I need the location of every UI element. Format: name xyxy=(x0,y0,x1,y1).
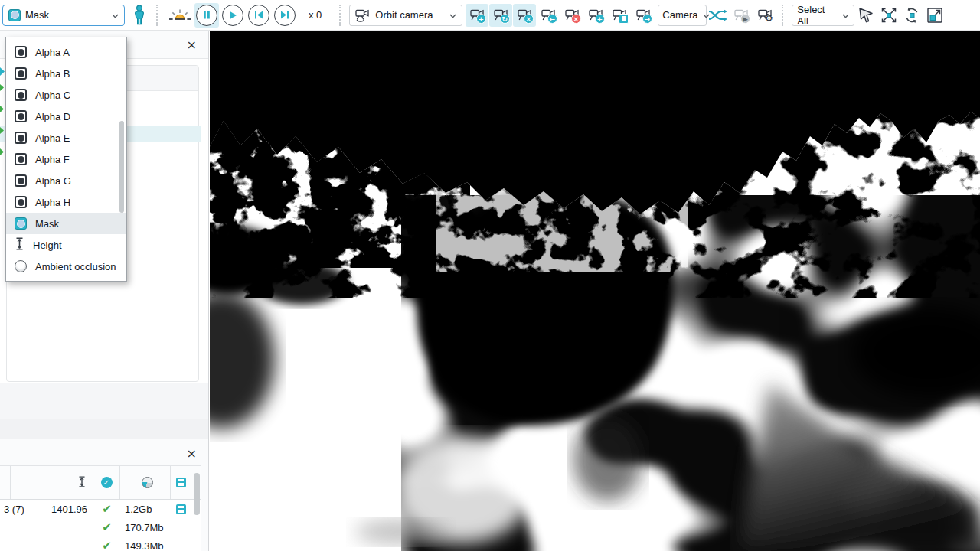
ambient-occlusion-icon xyxy=(15,260,27,272)
memory-pie-icon xyxy=(142,477,153,488)
expand-arrow-icon[interactable] xyxy=(0,148,4,155)
play-button[interactable] xyxy=(220,3,245,28)
resize-icon xyxy=(926,7,943,24)
mask-icon xyxy=(15,217,27,230)
pause-button[interactable] xyxy=(194,3,219,28)
table-header-cell[interactable]: ✓ xyxy=(93,466,120,499)
cell-memory: 149.3Mb xyxy=(120,540,171,551)
save-icon[interactable] xyxy=(176,504,186,514)
video-camera-icon: × xyxy=(518,8,532,23)
table-header-cell[interactable] xyxy=(120,466,171,499)
video-camera-icon: + xyxy=(589,8,603,23)
stats-table: ✓ 3 (7)1401.96✔1.2Gb✔170.7Mb✔149.3Mb xyxy=(0,465,201,551)
layer-option-alpha-h[interactable]: Alpha H xyxy=(6,191,126,213)
camera-next-button[interactable]: → xyxy=(632,4,655,27)
layer-option-alpha-f[interactable]: Alpha F xyxy=(6,148,126,170)
alpha-radio-icon xyxy=(15,132,27,144)
video-camera-icon: × xyxy=(565,8,580,23)
layer-option-label: Height xyxy=(33,240,62,251)
camera-zoom-button[interactable]: × xyxy=(513,4,536,27)
layer-option-ambient-occlusion[interactable]: Ambient occlusion xyxy=(6,256,126,277)
pause-icon xyxy=(196,5,217,26)
stats-scrollbar[interactable] xyxy=(194,473,200,515)
terrain-mask-render xyxy=(210,31,980,551)
camera-delete-button[interactable]: × xyxy=(560,4,583,27)
expand-arrow-icon[interactable] xyxy=(0,106,4,112)
layer-selector-dropdown[interactable]: Mask xyxy=(2,5,125,26)
check-icon: ✔ xyxy=(102,522,112,533)
chevron-down-icon xyxy=(842,9,849,21)
check-icon: ✔ xyxy=(102,504,112,515)
layer-option-alpha-d[interactable]: Alpha D xyxy=(6,106,126,127)
table-header-cell[interactable] xyxy=(171,466,191,499)
arrow-right-badge-icon: → xyxy=(642,14,652,24)
camera-save-button[interactable] xyxy=(608,4,631,27)
layer-option-label: Alpha D xyxy=(35,111,70,122)
layer-option-alpha-g[interactable]: Alpha G xyxy=(6,170,126,191)
video-camera-icon: ↻ xyxy=(494,8,508,23)
layer-option-label: Alpha E xyxy=(35,132,70,144)
expand-arrow-icon[interactable] xyxy=(0,84,4,91)
select-cursor-button[interactable] xyxy=(854,4,877,27)
table-row[interactable]: ✔149.3Mb xyxy=(0,536,201,551)
video-camera-icon xyxy=(612,8,627,23)
layer-option-label: Mask xyxy=(35,218,59,230)
layer-option-label: Alpha C xyxy=(35,90,70,101)
camera-previous-button[interactable]: ← xyxy=(537,4,560,27)
pose-figure-button[interactable] xyxy=(128,4,151,27)
camera-add-button[interactable]: + xyxy=(584,4,607,27)
video-camera-icon: → xyxy=(636,8,651,23)
skip-back-icon xyxy=(248,5,270,26)
select-mode-dropdown[interactable]: Select All xyxy=(792,5,854,26)
layer-option-label: Alpha H xyxy=(35,197,70,208)
fit-view-button[interactable] xyxy=(877,4,900,27)
table-row[interactable]: ✔170.7Mb xyxy=(0,518,201,536)
camera-list-dropdown[interactable]: Camera xyxy=(658,5,707,26)
close-icon[interactable]: × xyxy=(187,39,197,51)
layer-option-height[interactable]: Height xyxy=(6,234,126,256)
step-back-button[interactable] xyxy=(247,3,271,28)
camera-play-button[interactable]: ▶ xyxy=(730,4,753,27)
dropdown-scrollbar[interactable] xyxy=(119,121,124,213)
alpha-radio-icon xyxy=(15,46,27,58)
toolbar-separator xyxy=(782,5,786,26)
camera-list-value: Camera xyxy=(662,9,697,21)
step-forward-button[interactable] xyxy=(273,3,297,28)
close-icon[interactable]: × xyxy=(187,448,197,460)
fit-arrows-icon xyxy=(880,6,898,24)
camera-pan-button[interactable]: + xyxy=(466,4,488,27)
camera-mode-dropdown[interactable]: Orbit camera xyxy=(349,5,462,26)
reset-rotation-button[interactable] xyxy=(900,4,923,27)
plus-badge-icon: + xyxy=(476,14,486,24)
alpha-radio-icon xyxy=(15,67,27,80)
alpha-radio-icon xyxy=(15,153,27,165)
chevron-down-icon xyxy=(112,9,119,21)
play-icon xyxy=(222,5,243,26)
layer-option-alpha-e[interactable]: Alpha E xyxy=(6,127,126,148)
video-camera-icon: ⚙ xyxy=(758,8,773,23)
rotate-arrows-icon xyxy=(903,6,921,24)
toolbar-separator xyxy=(156,5,161,26)
layer-option-alpha-c[interactable]: Alpha C xyxy=(6,84,126,106)
terrain-3d-viewport[interactable] xyxy=(210,31,980,551)
check-icon: ✔ xyxy=(102,540,112,551)
layer-option-alpha-a[interactable]: Alpha A xyxy=(6,41,126,63)
table-row[interactable]: 3 (7)1401.96✔1.2Gb xyxy=(0,500,201,518)
video-camera-icon: ← xyxy=(541,8,556,23)
arrow-left-badge-icon: ← xyxy=(547,14,557,24)
shuffle-cameras-button[interactable] xyxy=(707,4,730,27)
cell-memory: 1.2Gb xyxy=(120,504,171,515)
stats-table-rows: 3 (7)1401.96✔1.2Gb✔170.7Mb✔149.3Mb xyxy=(0,500,201,551)
layer-option-mask[interactable]: Mask xyxy=(6,213,126,234)
stats-panel: × ✓ 3 (7)1401.96✔1.2Gb✔170.7Mb✔149.3Mb xyxy=(0,439,208,551)
camera-settings-button[interactable]: ⚙ xyxy=(753,4,776,27)
table-header-cell[interactable] xyxy=(47,466,93,499)
alpha-radio-icon xyxy=(15,196,27,208)
lighting-button[interactable] xyxy=(166,4,194,27)
camera-orbit-button[interactable]: ↻ xyxy=(489,4,512,27)
layer-option-alpha-b[interactable]: Alpha B xyxy=(6,63,126,84)
dock-gap xyxy=(0,419,208,439)
expand-view-button[interactable] xyxy=(923,4,946,27)
person-icon xyxy=(132,5,147,26)
table-header-cell[interactable] xyxy=(0,466,47,499)
